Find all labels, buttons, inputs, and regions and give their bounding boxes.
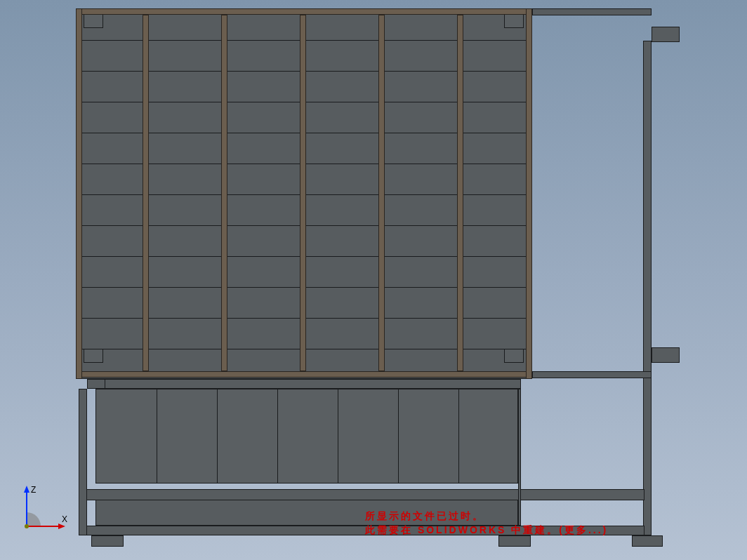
frame-bottom-bar (76, 371, 532, 378)
frame-top-bar (76, 8, 532, 15)
right-vertical-strip (643, 41, 652, 535)
lower-right-edge (518, 389, 521, 526)
warning-line-1: 所显示的文件已过时。 (365, 509, 608, 523)
lower-crossbar (79, 489, 644, 500)
right-mid-plate (532, 371, 652, 378)
ledge-left-block (87, 379, 105, 389)
svg-marker-3 (58, 524, 65, 529)
axis-z-label: Z (31, 485, 36, 495)
frame-v1 (143, 15, 149, 371)
right-tab-1 (652, 27, 680, 42)
right-tab-2 (652, 347, 680, 363)
frame-left-bar (76, 8, 82, 379)
corner-notch-br (504, 349, 524, 363)
rebuild-warning[interactable]: 所显示的文件已过时。 此需要在 SOLIDWORKS 中重建。(更多...) (365, 509, 608, 537)
view-triad[interactable]: Z X (20, 484, 69, 533)
foot-far-right (632, 535, 663, 547)
frame-right-bar (526, 8, 532, 379)
corner-notch-tl (84, 14, 103, 28)
frame-v2 (221, 15, 227, 371)
frame-v4 (378, 15, 385, 371)
svg-marker-1 (24, 486, 29, 493)
frame-v3 (300, 15, 306, 371)
corner-notch-tr (504, 14, 524, 28)
cad-viewport[interactable]: Z X 所显示的文件已过时。 此需要在 SOLIDWORKS 中重建。(更多..… (0, 0, 747, 560)
svg-point-4 (25, 524, 29, 528)
foot-left (91, 535, 124, 547)
ledge-under-frame (87, 379, 521, 389)
right-column-top (532, 8, 644, 379)
lower-left-edge (79, 389, 87, 535)
lower-segmented-panel (95, 389, 518, 484)
axis-x-label: X (62, 514, 67, 524)
right-top-plate (532, 8, 652, 15)
corner-notch-bl (84, 349, 103, 363)
frame-v5 (457, 15, 463, 371)
foot-right (498, 535, 531, 547)
warning-line-2: 此需要在 SOLIDWORKS 中重建。(更多...) (365, 523, 608, 537)
